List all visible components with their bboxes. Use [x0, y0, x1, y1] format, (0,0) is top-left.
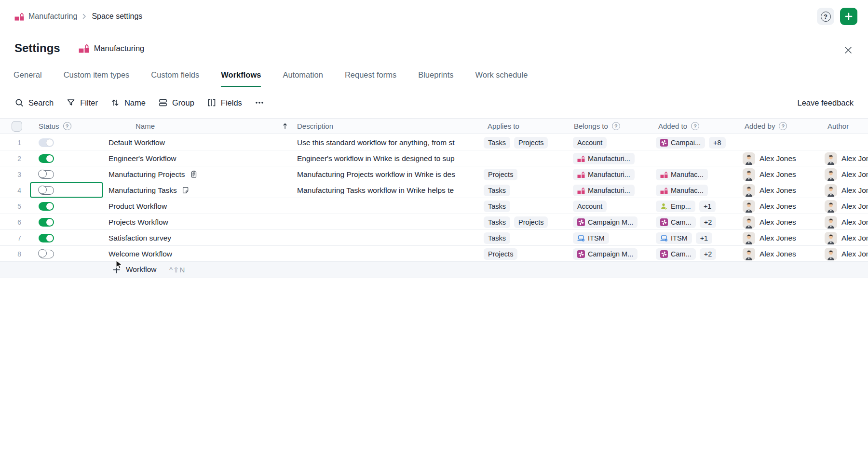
added-by-cell[interactable]	[743, 135, 826, 150]
status-toggle[interactable]	[39, 250, 54, 258]
belongs-to-chip[interactable]: Campaign M...	[573, 248, 637, 260]
added-by-cell[interactable]: Alex Jones	[743, 198, 826, 214]
toolbar-name-button[interactable]: Name	[110, 98, 146, 108]
status-cell[interactable]	[30, 135, 103, 150]
added-to-cell[interactable]: Campai...+8	[656, 135, 743, 150]
applies-to-cell[interactable]: TasksProjects	[484, 135, 570, 150]
workflow-name-cell[interactable]: Manufacturing Projects	[108, 166, 292, 182]
added-to-overflow-chip[interactable]: +8	[709, 137, 726, 148]
tab-work-schedule[interactable]: Work schedule	[475, 70, 528, 87]
applies-to-cell[interactable]: Projects	[484, 246, 570, 262]
belongs-to-chip[interactable]: Account	[573, 137, 607, 148]
tab-workflows[interactable]: Workflows	[221, 70, 261, 87]
status-cell[interactable]	[30, 150, 103, 166]
added-to-overflow-chip[interactable]: +2	[700, 216, 717, 228]
belongs-to-cell[interactable]: Account	[573, 198, 656, 214]
added-to-overflow-chip[interactable]: +1	[696, 232, 713, 244]
column-header-added_by[interactable]: Added by?	[745, 119, 787, 134]
belongs-to-cell[interactable]: Campaign M...	[573, 214, 656, 230]
column-header-description[interactable]: Description	[297, 119, 333, 134]
tab-automation[interactable]: Automation	[283, 70, 323, 87]
author-cell[interactable]: Alex Jones	[825, 230, 868, 246]
workflow-name-cell[interactable]: Satisfaction survey	[108, 230, 292, 246]
belongs-to-cell[interactable]: ITSM	[573, 230, 656, 246]
toolbar-fields-button[interactable]: Fields	[207, 98, 242, 108]
added-to-cell[interactable]: Cam...+2	[656, 246, 743, 262]
applies-to-chip[interactable]: Tasks	[484, 232, 510, 244]
added-by-cell[interactable]: Alex Jones	[743, 214, 826, 230]
tab-blueprints[interactable]: Blueprints	[418, 70, 453, 87]
description-cell[interactable]: Manufacturing Projects workflow in Wrike…	[297, 166, 483, 182]
author-cell[interactable]: Alex Jones	[825, 182, 868, 198]
help-icon[interactable]: ?	[779, 122, 787, 130]
author-cell[interactable]: Alex Jones	[825, 198, 868, 214]
help-icon[interactable]: ?	[63, 122, 71, 130]
added-to-cell[interactable]: Cam...+2	[656, 214, 743, 230]
description-cell[interactable]: Engineer's workflow in Wrike is designed…	[297, 150, 483, 166]
belongs-to-chip[interactable]: Manufacturi...	[573, 169, 635, 180]
added-to-chip[interactable]: Manufac...	[656, 169, 708, 180]
select-all-checkbox[interactable]	[12, 121, 22, 132]
belongs-to-cell[interactable]: Account	[573, 135, 656, 150]
added-to-cell[interactable]: ITSM+1	[656, 230, 743, 246]
status-toggle[interactable]	[39, 186, 54, 195]
tab-request-forms[interactable]: Request forms	[345, 70, 396, 87]
added-to-cell[interactable]: Manufac...	[656, 182, 743, 198]
column-header-author[interactable]: Author	[827, 119, 849, 134]
applies-to-chip[interactable]: Projects	[484, 248, 517, 260]
column-header-belongs_to[interactable]: Belongs to?	[574, 119, 620, 134]
added-to-chip[interactable]: Campai...	[656, 137, 705, 148]
add-button[interactable]	[840, 8, 857, 25]
belongs-to-chip[interactable]: ITSM	[573, 232, 609, 244]
description-cell[interactable]	[297, 198, 483, 214]
applies-to-chip[interactable]: Tasks	[484, 185, 510, 196]
tab-custom-fields[interactable]: Custom fields	[151, 70, 199, 87]
applies-to-chip[interactable]: Projects	[514, 137, 548, 148]
belongs-to-chip[interactable]: Manufacturi...	[573, 153, 635, 164]
applies-to-chip[interactable]: Tasks	[484, 216, 510, 228]
belongs-to-chip[interactable]: Campaign M...	[573, 216, 637, 228]
added-to-chip[interactable]: Cam...	[656, 216, 696, 228]
workflow-name-cell[interactable]: Engineer's Workflow	[108, 150, 292, 166]
added-by-cell[interactable]: Alex Jones	[743, 246, 826, 262]
status-toggle[interactable]	[39, 234, 54, 242]
close-settings-button[interactable]	[842, 44, 854, 56]
applies-to-cell[interactable]: Tasks	[484, 198, 570, 214]
toolbar-search-button[interactable]: Search	[14, 98, 54, 108]
applies-to-cell[interactable]: Tasks	[484, 230, 570, 246]
breadcrumb-space-link[interactable]: Manufacturing	[14, 12, 77, 21]
belongs-to-cell[interactable]: Campaign M...	[573, 246, 656, 262]
description-cell[interactable]	[297, 230, 483, 246]
workflow-name-cell[interactable]: Default Workflow	[108, 135, 292, 150]
applies-to-chip[interactable]: Projects	[484, 169, 517, 180]
help-button[interactable]: ?	[817, 8, 834, 25]
description-cell[interactable]: Manufacturing Tasks workflow in Wrike he…	[297, 182, 483, 198]
added-to-overflow-chip[interactable]: +1	[699, 201, 716, 212]
workflow-name-cell[interactable]: Product Workflow	[108, 198, 292, 214]
author-cell[interactable]	[825, 135, 868, 150]
added-to-cell[interactable]	[656, 150, 743, 166]
applies-to-chip[interactable]: Tasks	[484, 137, 510, 148]
applies-to-cell[interactable]	[484, 150, 570, 166]
status-toggle[interactable]	[39, 154, 54, 163]
status-cell[interactable]	[30, 246, 103, 262]
status-cell[interactable]	[30, 214, 103, 230]
added-to-overflow-chip[interactable]: +2	[700, 248, 717, 260]
added-by-cell[interactable]: Alex Jones	[743, 150, 826, 166]
column-header-status[interactable]: Status?	[39, 119, 71, 134]
status-cell[interactable]	[30, 198, 103, 214]
sort-ascending-icon[interactable]	[281, 122, 290, 131]
help-icon[interactable]: ?	[691, 122, 699, 130]
status-cell[interactable]	[30, 230, 103, 246]
toolbar-more-button[interactable]	[255, 98, 264, 108]
added-by-cell[interactable]: Alex Jones	[743, 166, 826, 182]
added-by-cell[interactable]: Alex Jones	[743, 182, 826, 198]
status-toggle[interactable]	[39, 138, 54, 147]
help-icon[interactable]: ?	[612, 122, 620, 130]
added-to-cell[interactable]: Manufac...	[656, 166, 743, 182]
status-toggle[interactable]	[39, 202, 54, 211]
status-toggle[interactable]	[39, 170, 54, 179]
belongs-to-cell[interactable]: Manufacturi...	[573, 150, 656, 166]
added-to-chip[interactable]: Manufac...	[656, 185, 708, 196]
toolbar-group-button[interactable]: Group	[158, 98, 194, 108]
